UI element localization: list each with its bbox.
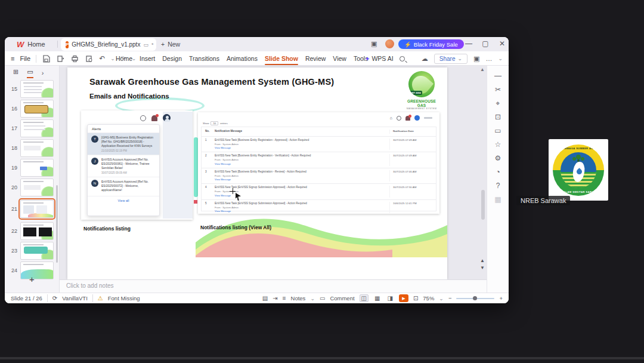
comment-icon[interactable]: ▭: [494, 127, 501, 135]
slide-subtitle: Emails and Notifications: [89, 93, 169, 100]
table-row: 2 EnVISS New Task [Business Entity Regis…: [202, 152, 436, 168]
slide-thumb-row[interactable]: 22: [5, 221, 59, 241]
export-notes-icon[interactable]: ⇥: [273, 295, 277, 302]
file-menu[interactable]: File: [20, 55, 30, 62]
wps-presentation-window: W Home P GHGMS_Briefing_v1.pptx ▭ * + Ne…: [5, 37, 509, 303]
theme-name[interactable]: VanillaVTI: [62, 295, 88, 302]
slide-thumbnail[interactable]: [20, 139, 54, 157]
zoom-slider-knob[interactable]: [473, 296, 477, 300]
help-icon[interactable]: ?: [496, 182, 500, 190]
previous-slide-button[interactable]: ▲: [479, 258, 486, 263]
menu-item[interactable]: Review: [304, 51, 327, 66]
shapes-icon[interactable]: ⊡: [495, 113, 501, 121]
chevron-down-icon[interactable]: ⌄: [310, 296, 315, 302]
slide-thumb-row[interactable]: 16: [5, 99, 59, 118]
new-tab-label: New: [168, 41, 180, 48]
slide-thumb-row[interactable]: 15: [5, 79, 59, 99]
maximize-button[interactable]: ▢: [481, 39, 490, 48]
slide-thumbnail[interactable]: [20, 200, 54, 218]
slide-thumbnail[interactable]: [20, 242, 54, 260]
slide-thumb-row[interactable]: 20: [5, 177, 59, 197]
alert-time: 21/10/2025 02:19 PM: [101, 149, 156, 152]
collapse-panel-icon[interactable]: ›: [42, 69, 44, 76]
info-icon: [397, 116, 401, 121]
add-slide-button[interactable]: +: [5, 274, 59, 284]
menu-item[interactable]: View: [332, 51, 348, 66]
black-friday-sale-button[interactable]: ⚡ Black Friday Sale: [398, 39, 464, 49]
notes-toggle[interactable]: Notes: [291, 295, 306, 302]
page-icon[interactable]: ▤: [262, 295, 268, 302]
zoom-in-button[interactable]: +: [499, 295, 503, 302]
fullscreen-icon[interactable]: ⊡: [413, 295, 418, 302]
slide-thumb-row[interactable]: 17: [5, 118, 59, 138]
comment-button[interactable]: Comment: [330, 295, 354, 302]
collapse-icon[interactable]: —: [494, 72, 501, 80]
zoom-out-button[interactable]: −: [448, 295, 452, 302]
next-slide-button[interactable]: ▼: [479, 265, 486, 270]
close-button[interactable]: ✕: [497, 39, 507, 48]
slide-thumbnail[interactable]: [20, 100, 54, 118]
menu-item[interactable]: Slide Show: [264, 51, 299, 66]
print-icon[interactable]: [70, 54, 79, 63]
slideshow-play-button[interactable]: ▶: [399, 294, 408, 302]
menu-item[interactable]: Transitions: [188, 51, 221, 66]
slide-view-icon[interactable]: ▭: [27, 68, 33, 77]
wps-ai-menu[interactable]: ✦ WPS AI: [365, 55, 394, 62]
print-preview-icon[interactable]: [85, 54, 94, 63]
slide-thumb-row[interactable]: 23: [5, 241, 59, 260]
hamburger-icon[interactable]: ≡: [11, 55, 14, 62]
menu-item[interactable]: Home: [114, 51, 134, 66]
history-icon[interactable]: ◔: [496, 168, 500, 176]
slide-number: 22: [5, 228, 17, 234]
tab-home[interactable]: W Home: [8, 37, 54, 51]
tab-document[interactable]: P GHGMS_Briefing_v1.pptx ▭ *: [61, 38, 156, 51]
panel-scrollbar[interactable]: [56, 185, 58, 263]
outline-view-icon[interactable]: ⊞: [13, 68, 18, 77]
settings-icon[interactable]: ⚙: [495, 154, 501, 162]
slide-sorter-button[interactable]: ▦: [373, 295, 381, 302]
table-row: 3 EnVISS New Task [Business Entity Regis…: [202, 168, 436, 184]
design-tools-icon[interactable]: ✂: [495, 85, 501, 94]
cell-message: EnVISS New Task [Business Entity Registr…: [215, 154, 389, 158]
collapse-ribbon-icon[interactable]: ⌄: [498, 56, 503, 61]
document-scrollbar[interactable]: [481, 190, 485, 220]
font-missing-label[interactable]: Font Missing: [108, 295, 140, 302]
slide-thumb-row[interactable]: 18: [5, 138, 59, 158]
zoom-level[interactable]: 75%: [423, 295, 434, 302]
new-tab-button[interactable]: + New: [161, 37, 180, 51]
slide-thumbnail[interactable]: [20, 222, 54, 240]
normal-view-button[interactable]: ◫: [360, 294, 369, 302]
slide-canvas[interactable]: Sarawak Greenhouse Gas Management System…: [67, 67, 447, 279]
notes-placeholder[interactable]: Click to add notes: [66, 282, 114, 289]
menu-item[interactable]: Design: [161, 51, 183, 66]
slide-thumb-row[interactable]: 21: [5, 197, 59, 221]
search-icon[interactable]: [400, 56, 405, 61]
save-icon[interactable]: [42, 54, 51, 63]
minimize-button[interactable]: —: [464, 39, 473, 48]
nreb-logo-bottom-text: DAN ALAM SEKITAR SARAWAK: [553, 190, 604, 193]
export-icon[interactable]: [56, 54, 65, 63]
undo-button[interactable]: ↶: [99, 54, 105, 63]
scroll-up-arrow[interactable]: ▲: [480, 67, 485, 72]
share-button[interactable]: Share ⌄: [434, 54, 467, 64]
slide-thumbnail[interactable]: [20, 159, 54, 177]
slide-thumbnail[interactable]: [20, 119, 54, 137]
menu-item[interactable]: Insert: [138, 51, 156, 66]
alert-item: N EnVISS Account Approved [Ref No. ES/20…: [88, 177, 159, 196]
menu-item[interactable]: Animations: [225, 51, 259, 66]
zoom-slider[interactable]: [456, 298, 494, 299]
slide-thumbnail[interactable]: [20, 179, 54, 196]
window-layout-icon[interactable]: ▣: [371, 40, 377, 48]
zoom-dropdown-icon[interactable]: ⌄: [439, 296, 444, 302]
more-options-icon[interactable]: …: [485, 55, 492, 62]
sidebar-toggle-icon[interactable]: ▣: [473, 55, 479, 63]
slide-thumb-row[interactable]: 19: [5, 158, 59, 177]
cloud-sync-icon[interactable]: ☁: [422, 55, 428, 63]
notes-bar[interactable]: Click to add notes: [60, 279, 487, 293]
favorites-icon[interactable]: ☆: [495, 140, 501, 149]
ai-style-icon[interactable]: ⌖: [496, 99, 500, 107]
slide-thumbnail[interactable]: [20, 80, 54, 98]
reading-view-button[interactable]: ◨: [386, 295, 394, 302]
apps-icon[interactable]: ▦: [494, 195, 501, 204]
account-avatar[interactable]: [385, 39, 394, 48]
